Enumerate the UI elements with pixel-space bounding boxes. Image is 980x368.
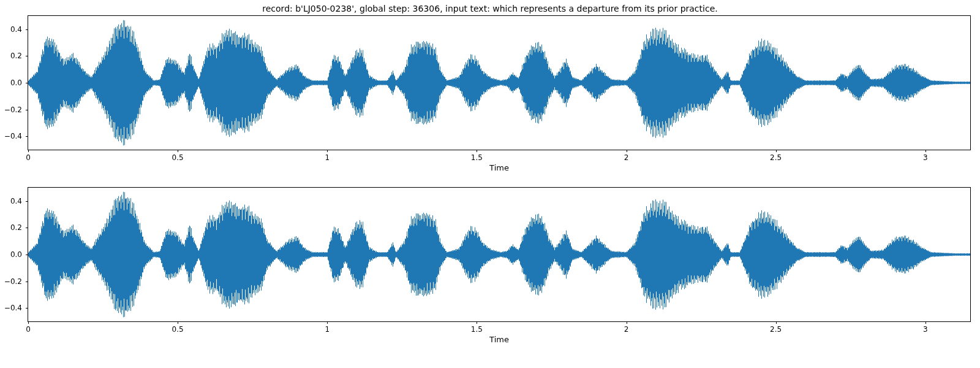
waveform-axes-top: Time −0.4−0.20.00.20.400.511.522.53 (28, 15, 971, 150)
x-tick-label: 0.5 (172, 150, 184, 162)
x-tick-label: 2 (624, 321, 629, 334)
x-tick-label: 0.5 (172, 321, 184, 334)
x-axis-label-bottom: Time (489, 321, 509, 344)
x-tick-label: 2.5 (770, 321, 782, 334)
chart-title: record: b'LJ050-0238', global step: 3630… (0, 4, 980, 13)
y-tick-label: 0.4 (10, 197, 28, 205)
x-tick-label: 0 (26, 321, 31, 334)
x-tick-label: 3 (923, 150, 928, 162)
y-tick-label: −0.4 (4, 132, 28, 140)
figure: record: b'LJ050-0238', global step: 3630… (0, 0, 980, 368)
x-tick-label: 2 (624, 150, 629, 162)
waveform-canvas-top (28, 16, 970, 150)
y-tick-label: 0.2 (10, 52, 28, 60)
y-tick-label: 0.0 (10, 250, 28, 259)
x-tick-label: 2.5 (770, 150, 782, 162)
x-axis-label-top: Time (489, 150, 509, 172)
x-tick-label: 3 (923, 321, 928, 334)
y-tick-label: 0.4 (10, 25, 28, 34)
x-tick-label: 0 (26, 150, 31, 162)
y-tick-label: 0.0 (10, 79, 28, 87)
waveform-axes-bottom: Time −0.4−0.20.00.20.400.511.522.53 (28, 187, 971, 322)
x-tick-label: 1.5 (471, 321, 483, 334)
waveform-canvas-bottom (28, 188, 970, 321)
x-tick-label: 1 (325, 321, 330, 334)
y-tick-label: 0.2 (10, 223, 28, 232)
x-tick-label: 1.5 (471, 150, 483, 162)
y-tick-label: −0.4 (4, 304, 28, 312)
y-tick-label: −0.2 (4, 277, 28, 286)
y-tick-label: −0.2 (4, 105, 28, 114)
x-tick-label: 1 (325, 150, 330, 162)
